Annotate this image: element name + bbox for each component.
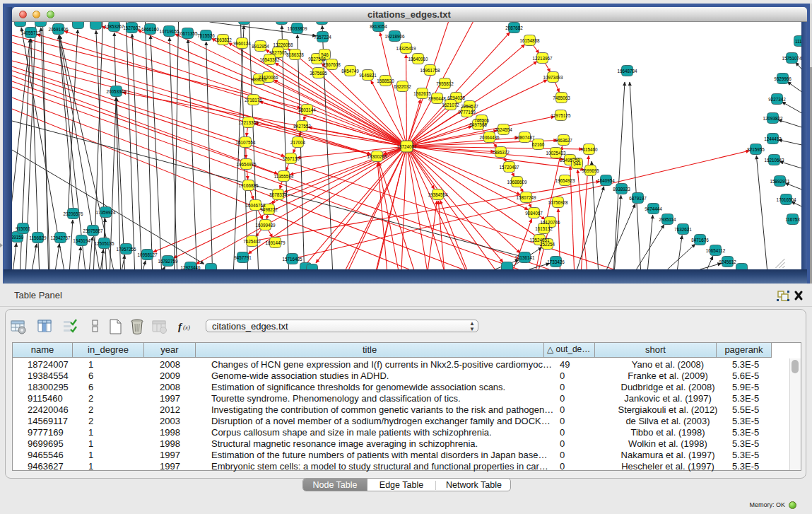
svg-text:12093822: 12093822 (763, 116, 783, 121)
svg-text:8678334: 8678334 (269, 192, 287, 197)
svg-text:16120746: 16120746 (540, 220, 560, 225)
svg-text:15751074: 15751074 (782, 56, 801, 61)
svg-text:12213369: 12213369 (238, 120, 259, 125)
svg-text:2803144: 2803144 (298, 107, 316, 112)
svg-text:9327505: 9327505 (269, 50, 287, 55)
svg-text:15892971: 15892971 (770, 179, 790, 184)
svg-text:2259577: 2259577 (461, 104, 478, 109)
svg-text:20691406: 20691406 (48, 27, 69, 32)
svg-text:10973493: 10973493 (543, 75, 563, 80)
svg-text:11355594: 11355594 (273, 174, 293, 179)
svg-text:7955812: 7955812 (436, 81, 454, 86)
svg-text:8938923: 8938923 (613, 187, 630, 192)
svg-text:7625402: 7625402 (243, 239, 261, 244)
svg-text:17957255: 17957255 (116, 247, 136, 252)
svg-text:19654975: 19654975 (236, 162, 257, 167)
svg-text:10853267: 10853267 (104, 24, 124, 29)
svg-text:7357224: 7357224 (314, 35, 331, 40)
svg-text:17016504: 17016504 (776, 197, 796, 202)
svg-text:7515526: 7515526 (197, 33, 215, 38)
svg-text:12975125: 12975125 (551, 113, 571, 118)
svg-text:9699695: 9699695 (582, 168, 599, 173)
svg-text:9084067: 9084067 (525, 211, 543, 216)
svg-text:23420046: 23420046 (258, 75, 278, 80)
svg-text:12213967: 12213967 (532, 56, 553, 61)
svg-text:20206576: 20206576 (63, 211, 83, 216)
svg-text:6497568: 6497568 (469, 122, 487, 127)
svg-text:8215955: 8215955 (747, 147, 765, 152)
svg-text:8990448: 8990448 (428, 96, 446, 101)
svg-text:16914479: 16914479 (265, 240, 286, 245)
svg-text:8186328: 8186328 (286, 52, 304, 57)
svg-text:3267130: 3267130 (282, 156, 300, 161)
svg-text:15720487: 15720487 (499, 165, 519, 170)
svg-text:1588520: 1588520 (377, 78, 394, 83)
svg-text:1345194: 1345194 (73, 238, 90, 243)
svg-text:19218906: 19218906 (384, 34, 405, 39)
svg-text:17359924: 17359924 (95, 210, 116, 215)
svg-text:544: 544 (573, 161, 581, 166)
svg-text:9115460: 9115460 (580, 147, 598, 152)
svg-text:23975887: 23975887 (83, 228, 103, 233)
svg-text:9474444: 9474444 (645, 206, 662, 211)
svg-text:9463627: 9463627 (555, 138, 572, 143)
svg-text:8813054: 8813054 (370, 24, 387, 29)
svg-text:7663822: 7663822 (214, 37, 232, 42)
svg-text:9960124: 9960124 (233, 41, 251, 46)
svg-text:15807249: 15807249 (516, 195, 536, 200)
svg-text:10807487: 10807487 (514, 135, 535, 140)
svg-text:14136141: 14136141 (514, 255, 535, 260)
svg-text:1615132: 1615132 (535, 226, 553, 231)
svg-text:10958127: 10958127 (137, 252, 158, 257)
svg-text:(x): (x) (183, 324, 190, 331)
svg-text:8454749: 8454749 (341, 69, 359, 74)
svg-text:20053346: 20053346 (106, 89, 126, 94)
svg-text:19654923: 19654923 (555, 178, 575, 183)
svg-text:2087682: 2087682 (505, 25, 523, 30)
svg-text:6322032: 6322032 (394, 84, 411, 89)
svg-text:39159: 39159 (12, 235, 24, 240)
svg-text:18724007: 18724007 (396, 144, 417, 149)
svg-text:10719155: 10719155 (159, 29, 180, 34)
svg-text:9457791: 9457791 (234, 255, 252, 260)
svg-text:8471676: 8471676 (691, 238, 709, 243)
svg-text:1640954: 1640954 (597, 178, 615, 183)
svg-text:1527602: 1527602 (123, 25, 141, 30)
svg-text:1362615: 1362615 (413, 91, 431, 96)
svg-text:10688609: 10688609 (507, 180, 527, 185)
svg-text:19384554: 19384554 (428, 192, 448, 197)
svg-text:10654112: 10654112 (705, 248, 725, 253)
svg-text:6794028: 6794028 (447, 95, 465, 100)
svg-text:3624554: 3624554 (495, 127, 512, 132)
svg-text:16648784: 16648784 (617, 69, 637, 74)
svg-text:7485063: 7485063 (553, 95, 570, 100)
svg-text:9777169: 9777169 (458, 110, 476, 115)
svg-text:10671355: 10671355 (177, 31, 198, 36)
svg-text:62160: 62160 (531, 142, 544, 147)
svg-text:217004: 217004 (290, 140, 305, 145)
svg-text:13226058: 13226058 (273, 42, 293, 47)
svg-text:116753: 116753 (785, 217, 800, 222)
svg-text:16782759: 16782759 (158, 259, 178, 264)
svg-text:1117: 1117 (794, 39, 801, 44)
svg-text:13325419: 13325419 (396, 46, 416, 51)
svg-text:9327508: 9327508 (308, 57, 326, 62)
svg-text:1156829: 1156829 (29, 235, 47, 240)
svg-text:10756928: 10756928 (548, 200, 568, 205)
svg-text:6879197: 6879197 (629, 196, 647, 201)
svg-text:546: 546 (321, 52, 329, 57)
svg-text:f: f (178, 321, 183, 332)
svg-text:7886372: 7886372 (492, 150, 510, 155)
svg-text:7632621: 7632621 (674, 227, 692, 232)
svg-text:9227342: 9227342 (768, 97, 786, 102)
svg-text:18640910: 18640910 (408, 57, 428, 62)
svg-text:6466160: 6466160 (141, 27, 159, 32)
svg-text:8427552: 8427552 (293, 124, 311, 129)
svg-text:1244413: 1244413 (764, 136, 782, 141)
svg-text:16107554: 16107554 (235, 140, 256, 145)
svg-text:18300295: 18300295 (367, 154, 387, 159)
svg-text:16961758: 16961758 (420, 68, 440, 73)
svg-text:12942757: 12942757 (50, 235, 71, 240)
svg-text:1621072: 1621072 (442, 103, 459, 107)
svg-text:8912954: 8912954 (252, 44, 269, 49)
